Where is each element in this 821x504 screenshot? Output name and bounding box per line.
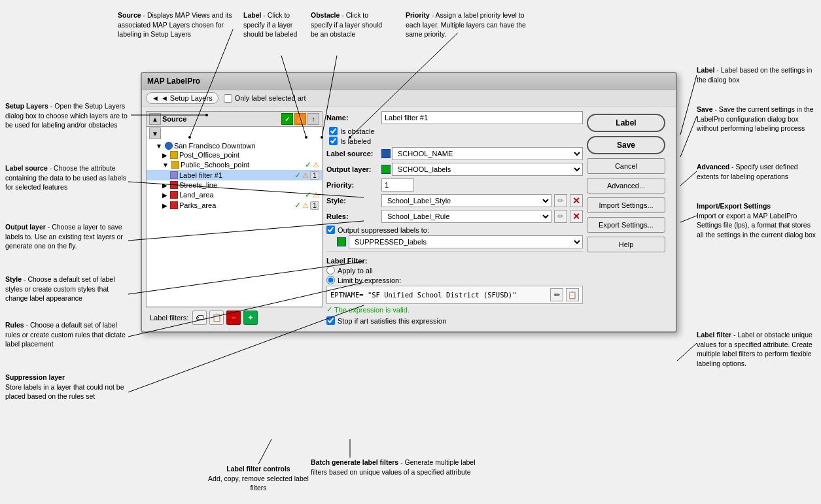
annotation-batch-generate: Batch generate label filters - Generate … xyxy=(311,458,481,477)
tree-up-btn[interactable]: ↑ xyxy=(307,113,319,125)
apply-to-all-radio[interactable] xyxy=(326,266,335,275)
tree-item-streets[interactable]: ▶ Streets_line xyxy=(147,180,322,190)
right-panel: Name: Is obstacle Is labeled xyxy=(326,111,583,328)
import-settings-button[interactable]: Import Settings... xyxy=(587,197,665,213)
tree-item-post-offices[interactable]: ▶ Post_Offices_point xyxy=(147,150,322,160)
is-obstacle-checkbox[interactable] xyxy=(329,127,338,135)
copy-filter-btn[interactable]: 📋 xyxy=(209,311,224,325)
annotation-output-layer: Output layer - Choose a layer to save la… xyxy=(5,222,130,251)
rules-select[interactable]: School_Label_Rule xyxy=(381,210,551,223)
expression-copy-btn[interactable]: 📋 xyxy=(566,288,579,301)
priority-input[interactable] xyxy=(381,178,414,192)
expression-pencil-icon: ✏ xyxy=(554,291,560,299)
svg-line-16 xyxy=(677,343,697,361)
is-labeled-checkbox[interactable] xyxy=(329,137,338,145)
land-area-label: Land_area xyxy=(179,191,304,199)
name-input[interactable] xyxy=(381,111,583,124)
post-offices-icon xyxy=(170,151,178,159)
output-suppressed-checkbox[interactable] xyxy=(326,226,335,234)
annotation-label-filter-controls: Label filter controlsAdd, copy, remove s… xyxy=(203,464,314,493)
batch-generate-icon: ✦ xyxy=(247,313,254,322)
label-source-select-container: SCHOOL_NAME xyxy=(381,147,583,160)
limit-by-expression-row[interactable]: Limit by expression: xyxy=(326,276,583,284)
parks-label: Parks_area xyxy=(179,201,293,209)
style-edit-btn[interactable]: ✏ xyxy=(554,194,567,207)
rules-x-icon: ✕ xyxy=(572,211,580,222)
filter-icon xyxy=(170,171,178,179)
output-suppressed-checkbox-row[interactable]: Output suppressed labels to: xyxy=(326,226,583,234)
stop-if-satisfies-checkbox[interactable] xyxy=(326,316,335,325)
annotation-setup-layers: Setup Layers - Open the Setup Layers dia… xyxy=(5,101,136,130)
valid-text-row: ✓ The expression is valid. xyxy=(326,305,583,314)
tree-item-land-area[interactable]: ▶ Land_area ✓ ⚠ xyxy=(147,190,322,200)
help-button[interactable]: Help xyxy=(587,237,665,252)
name-label: Name: xyxy=(326,114,379,122)
is-obstacle-row[interactable]: Is obstacle xyxy=(329,127,583,135)
expression-text: EPTNAME= "SF Unified School District (SF… xyxy=(330,291,548,299)
tree-expand-icon4: ▶ xyxy=(162,182,167,189)
limit-expression-radio[interactable] xyxy=(326,276,335,284)
filter-obstacle-icon: ⚠ xyxy=(302,171,309,180)
only-label-checkbox-input[interactable] xyxy=(224,94,232,103)
tree-expand-icon3: ▼ xyxy=(162,161,169,169)
obstacle-warn-icon: ⚠ xyxy=(313,161,319,169)
remove-filter-btn[interactable]: − xyxy=(226,311,241,325)
tree-obstacle-icon[interactable]: ⚠ xyxy=(294,113,306,125)
stop-if-satisfies-row[interactable]: Stop if art satisfies this expression xyxy=(326,316,583,325)
rules-delete-btn[interactable]: ✕ xyxy=(570,210,583,223)
globe-icon xyxy=(165,142,173,150)
label-filter-section: Label Filter: Apply to all Limit by expr… xyxy=(326,251,583,325)
tree-item-public-schools[interactable]: ▼ Public_Schools_point ✓ ⚠ xyxy=(147,160,322,170)
apply-to-all-row[interactable]: Apply to all xyxy=(326,266,583,275)
batch-generate-btn[interactable]: ✦ xyxy=(243,311,258,325)
output-layer-field-icon xyxy=(381,165,391,174)
suppressed-select[interactable]: SUPPRESSED_labels xyxy=(349,235,583,248)
expression-edit-btn[interactable]: ✏ xyxy=(550,288,563,301)
annotation-priority: Priority - Assign a label priority level… xyxy=(406,10,533,39)
save-btn-text: Save xyxy=(617,141,635,150)
parks-badge: 1 xyxy=(310,201,319,210)
tree-expand-icon6: ▶ xyxy=(162,202,167,209)
tree-item-sf-downtown[interactable]: ▼ San Francisco Downtown xyxy=(147,141,322,150)
add-filter-icon: 🏷 xyxy=(196,313,203,322)
advanced-button[interactable]: Advanced... xyxy=(587,178,665,193)
save-button[interactable]: Save xyxy=(587,136,665,154)
annotation-import-export: Import/Export SettingsImport or export a… xyxy=(697,201,818,240)
apply-to-all-label: Apply to all xyxy=(338,267,373,275)
tree-item-label-filter-1[interactable]: Label filter #1 ✓ ⚠ 1 xyxy=(147,170,322,180)
add-filter-btn[interactable]: 🏷 xyxy=(192,311,207,325)
tree-header: ▲ Source ✓ ⚠ ↑ xyxy=(147,112,322,127)
tree-collapse-btn[interactable]: ▼ xyxy=(149,127,161,139)
rules-row: Rules: School_Label_Rule ✏ ✕ xyxy=(326,210,583,223)
annotation-label-source: Label source - Choose the attribute cont… xyxy=(5,163,130,192)
streets-icon xyxy=(170,181,178,189)
annotation-right-label-filter: Label filter - Label or obstacle unique … xyxy=(697,330,818,369)
is-labeled-row[interactable]: Is labeled xyxy=(329,137,583,145)
left-panel: ▲ Source ✓ ⚠ ↑ ▼ ▼ xyxy=(146,111,323,328)
label-source-select[interactable]: SCHOOL_NAME xyxy=(392,147,583,160)
public-schools-icon xyxy=(171,161,179,169)
export-settings-button[interactable]: Export Settings... xyxy=(587,217,665,233)
rules-edit-btn[interactable]: ✏ xyxy=(554,210,567,223)
setup-layers-button[interactable]: ◄ ◄ Setup Layers xyxy=(146,92,218,104)
tree-expand-btn[interactable]: ▲ xyxy=(149,113,161,125)
style-delete-btn[interactable]: ✕ xyxy=(570,194,583,207)
label-button[interactable]: Label xyxy=(587,114,665,132)
name-row: Name: xyxy=(326,111,583,124)
tree-label-icon[interactable]: ✓ xyxy=(281,113,293,125)
main-dialog: MAP LabelPro ◄ ◄ Setup Layers Only label… xyxy=(141,72,677,333)
filter-labeled-icon: ✓ xyxy=(294,171,301,180)
cancel-button[interactable]: Cancel xyxy=(587,158,665,174)
tree-item-parks[interactable]: ▶ Parks_area ✓ ⚠ 1 xyxy=(147,200,322,210)
label-source-row: Label source: SCHOOL_NAME xyxy=(326,147,583,160)
parks-labeled-icon: ✓ xyxy=(294,201,301,210)
parks-icon xyxy=(170,201,178,209)
export-btn-text: Export Settings... xyxy=(599,221,654,229)
style-select[interactable]: School_Label_Style xyxy=(381,194,551,207)
style-row: Style: School_Label_Style ✏ ✕ xyxy=(326,194,583,207)
copy-filter-icon: 📋 xyxy=(212,313,222,322)
output-layer-select[interactable]: SCHOOL_labels xyxy=(392,163,583,176)
labeled-check-icon: ✓ xyxy=(305,160,311,169)
only-label-selected-checkbox[interactable]: Only label selected art xyxy=(224,94,306,103)
tree-expand-icon2: ▶ xyxy=(162,152,167,159)
